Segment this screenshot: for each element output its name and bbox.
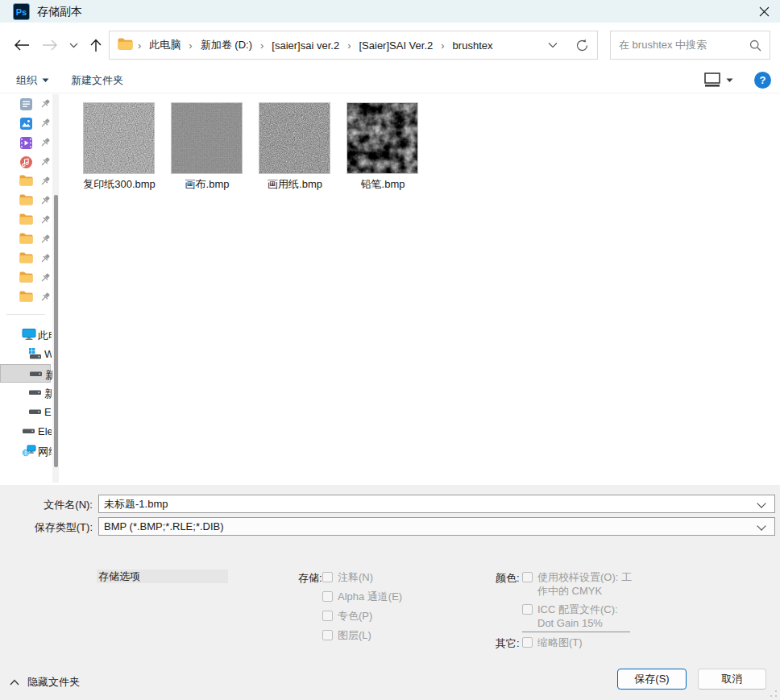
recent-locations-button[interactable] <box>61 31 85 60</box>
breadcrumb-item[interactable]: 此电脑 <box>144 38 185 52</box>
filename-label: 文件名(N): <box>0 498 93 512</box>
breadcrumb-item[interactable]: [Saier]SAI Ver.2 <box>354 39 438 52</box>
videos-icon <box>19 136 33 153</box>
file-name: 铅笔.bmp <box>330 177 435 192</box>
pictures-icon <box>19 117 33 134</box>
filename-input[interactable]: 未标题-1.bmp <box>98 495 775 513</box>
save-button[interactable]: 保存(S) <box>617 669 687 690</box>
pin-icon <box>39 176 51 190</box>
hide-folders-button[interactable]: 隐藏文件夹 <box>10 675 80 690</box>
folder-icon <box>19 194 33 209</box>
checkbox-box <box>322 572 333 582</box>
checkbox-savechecks-3[interactable]: 图层(L) <box>322 628 371 642</box>
checkbox-box <box>522 637 533 648</box>
breadcrumb-separator: › <box>185 39 195 52</box>
pin-icon <box>39 234 51 248</box>
checkbox-label: 图层(L) <box>338 628 371 642</box>
forward-button[interactable] <box>38 31 62 60</box>
new-folder-button[interactable]: 新建文件夹 <box>71 68 123 93</box>
breadcrumb-item[interactable]: brushtex <box>448 39 498 52</box>
sidebar-tree: 此电脑W新新EEle网络 <box>0 93 64 485</box>
sidebar-item-2[interactable]: 新 <box>0 364 51 383</box>
folder-icon <box>19 175 33 189</box>
dialog-footer: 隐藏文件夹 保存(S) 取消 <box>0 664 780 700</box>
other-group-label: 其它: <box>496 636 520 651</box>
color-group-label: 颜色: <box>496 571 520 586</box>
help-button[interactable]: ? <box>754 68 771 93</box>
cancel-button[interactable]: 取消 <box>698 669 766 690</box>
hide-folders-label: 隐藏文件夹 <box>27 675 80 690</box>
breadcrumb-item[interactable]: 新加卷 (D:) <box>196 38 257 52</box>
folder-icon <box>19 291 33 305</box>
breadcrumb-separator: › <box>438 39 447 52</box>
checkbox-box <box>522 604 533 615</box>
resize-grip[interactable] <box>770 690 778 698</box>
sidebar-item-label: 此电脑 <box>38 329 52 343</box>
address-bar[interactable]: › 此电脑›新加卷 (D:)›[saier]sai ver.2›[Saier]S… <box>109 31 598 60</box>
sidebar-item-label: 新 <box>44 387 52 401</box>
checkbox-savechecks-1[interactable]: Alpha 通道(E) <box>322 590 402 603</box>
checkbox-colorchecks-0[interactable]: 使用校样设置(O): 工作中的 CMYK <box>522 570 637 598</box>
pin-icon <box>39 118 51 132</box>
sidebar-item-label: E <box>44 406 52 418</box>
save-group-label: 存储: <box>298 571 322 586</box>
view-dropdown-icon <box>726 78 733 83</box>
breadcrumb-item[interactable]: [saier]sai ver.2 <box>267 39 344 52</box>
pin-icon <box>39 272 51 287</box>
organize-dropdown-icon <box>42 78 49 83</box>
chevron-up-icon <box>10 679 19 686</box>
pin-icon <box>39 98 51 113</box>
refresh-icon[interactable] <box>575 39 589 52</box>
back-button[interactable] <box>10 31 34 60</box>
file-thumbnail[interactable] <box>171 102 243 174</box>
up-button[interactable] <box>84 31 108 60</box>
sidebar-item-label: W <box>44 348 52 360</box>
documents-icon <box>19 97 33 114</box>
pin-icon <box>39 214 51 229</box>
view-options-button[interactable] <box>704 68 733 93</box>
checkbox-label: 专色(P) <box>338 609 372 623</box>
sidebar-item-label: 新 <box>45 368 52 383</box>
filetype-select[interactable]: BMP (*.BMP;*.RLE;*.DIB) <box>98 517 775 536</box>
filename-dropdown-icon <box>757 499 765 507</box>
organize-button[interactable]: 组织 <box>16 68 49 93</box>
view-icon <box>704 72 721 88</box>
file-thumbnail[interactable] <box>83 102 155 174</box>
up-icon <box>90 39 102 52</box>
sidebar-scrollbar-thumb[interactable] <box>54 195 58 467</box>
drive-icon <box>22 425 35 440</box>
help-icon: ? <box>754 72 771 89</box>
file-browser: 此电脑W新新EEle网络 复印纸300.bmp画布.bmp画用纸.bmp铅笔.b… <box>0 93 780 485</box>
checkbox-otherchecks-0[interactable]: 缩略图(T) <box>522 636 583 649</box>
folder-icon <box>19 233 33 247</box>
file-thumbnail[interactable] <box>346 102 418 174</box>
icc-underline <box>522 632 630 632</box>
music-icon <box>19 155 33 172</box>
breadcrumb-separator: › <box>344 39 354 52</box>
search-placeholder: 在 brushtex 中搜索 <box>619 38 749 52</box>
checkbox-box <box>322 630 333 640</box>
pin-icon <box>39 137 51 151</box>
address-folder-icon <box>118 38 133 52</box>
checkbox-label: Alpha 通道(E) <box>338 590 402 603</box>
checkbox-savechecks-2[interactable]: 专色(P) <box>322 609 372 623</box>
drive-icon <box>28 405 42 420</box>
search-icon <box>749 39 761 52</box>
search-input[interactable]: 在 brushtex 中搜索 <box>610 31 770 60</box>
address-dropdown-icon[interactable] <box>548 42 558 48</box>
chevron-down-icon <box>69 43 78 48</box>
checkbox-colorchecks-1[interactable]: ICC 配置文件(C): Dot Gain 15% <box>522 603 623 630</box>
navigation-row: › 此电脑›新加卷 (D:)›[saier]sai ver.2›[Saier]S… <box>0 23 780 68</box>
checkbox-savechecks-0[interactable]: 注释(N) <box>322 570 373 584</box>
file-thumbnail[interactable] <box>259 102 330 174</box>
filetype-label: 保存类型(T): <box>0 520 93 535</box>
window-title: 存储副本 <box>37 5 82 19</box>
checkbox-label: 缩略图(T) <box>537 636 583 649</box>
checkbox-box <box>322 611 333 621</box>
sidebar-separator <box>6 314 45 315</box>
pin-icon <box>39 195 51 209</box>
checkbox-label: 注释(N) <box>338 570 373 584</box>
close-button[interactable] <box>748 0 780 23</box>
organize-label: 组织 <box>16 73 37 88</box>
checkbox-label: ICC 配置文件(C): Dot Gain 15% <box>537 603 623 630</box>
